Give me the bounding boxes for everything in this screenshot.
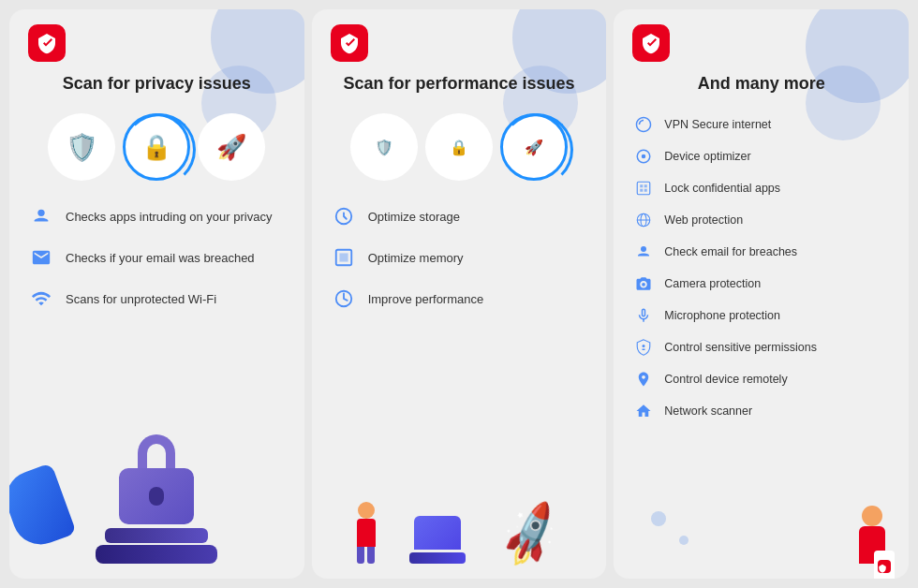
feature-text: Checks if your email was breached bbox=[66, 251, 255, 265]
lock-circle-2: 🔒 bbox=[425, 113, 493, 181]
more-text-perm: Control sensitive permissions bbox=[664, 341, 817, 354]
svg-point-17 bbox=[643, 345, 645, 347]
card-performance: Scan for performance issues 🛡️ 🔒 🚀 bbox=[312, 9, 607, 579]
more-item-email: Check email for breaches bbox=[632, 241, 890, 263]
blue-blob bbox=[9, 463, 77, 552]
lock-icon-2: 🔒 bbox=[450, 139, 468, 156]
svg-rect-10 bbox=[641, 189, 644, 192]
rocket-icon: 🚀 bbox=[216, 133, 246, 162]
icon-circles-1: 🛡️ 🔒 🚀 bbox=[48, 113, 265, 181]
svg-rect-9 bbox=[644, 185, 647, 188]
feature-item-storage: Optimize storage bbox=[331, 203, 588, 229]
svg-point-6 bbox=[642, 154, 646, 159]
card-privacy: Scan for privacy issues 🛡️ 🔒 🚀 Check bbox=[9, 9, 304, 579]
illustration-3 bbox=[632, 422, 890, 564]
cards-wrapper: Scan for privacy issues 🛡️ 🔒 🚀 Check bbox=[0, 0, 918, 588]
vpn-icon bbox=[632, 113, 655, 136]
privacy-icon bbox=[28, 203, 54, 229]
shield-icon-2: 🛡️ bbox=[375, 139, 393, 156]
more-text-remote: Control device remotely bbox=[664, 373, 787, 386]
person-head bbox=[358, 502, 375, 519]
feature-item: Checks if your email was breached bbox=[28, 244, 286, 271]
card-3-title: And many more bbox=[698, 73, 825, 95]
more-item-mic: Microphone protection bbox=[632, 304, 890, 327]
avira-logo-2 bbox=[331, 24, 368, 62]
lock-icon: 🔒 bbox=[141, 133, 171, 162]
more-item-remote: Control device remotely bbox=[632, 368, 890, 390]
server-box bbox=[409, 516, 466, 564]
network-icon bbox=[632, 400, 655, 422]
feature-text-storage: Optimize storage bbox=[368, 210, 460, 224]
svg-rect-7 bbox=[638, 183, 651, 196]
more-item-camera: Camera protection bbox=[632, 272, 890, 295]
padlock-shackle bbox=[138, 434, 175, 468]
person-leg-right bbox=[367, 547, 375, 564]
person-body bbox=[357, 519, 376, 547]
rocket-circle-2: 🚀 bbox=[500, 113, 568, 181]
more-text-device: Device optimizer bbox=[664, 150, 750, 163]
remote-icon bbox=[632, 368, 655, 390]
device-icon bbox=[632, 145, 655, 168]
more-text-web: Web protection bbox=[664, 213, 743, 227]
more-list: VPN Secure internet Device optimizer Loc… bbox=[632, 113, 890, 422]
rocket-illustration: 🚀 bbox=[493, 498, 570, 573]
padlock-keyhole bbox=[149, 487, 164, 506]
person-right bbox=[859, 506, 885, 564]
svg-point-16 bbox=[642, 283, 645, 287]
more-item-web: Web protection bbox=[632, 209, 890, 231]
padlock-base bbox=[105, 528, 208, 543]
svg-point-15 bbox=[641, 246, 646, 252]
more-text-vpn: VPN Secure internet bbox=[664, 118, 771, 131]
svg-point-0 bbox=[37, 210, 44, 216]
person-figure bbox=[357, 502, 376, 564]
feature-list-2: Optimize storage Optimize memory bbox=[331, 203, 588, 312]
feature-text: Scans for unprotected Wi-Fi bbox=[66, 292, 216, 306]
pr-head bbox=[862, 506, 882, 526]
web-icon bbox=[632, 209, 655, 231]
performance-icon bbox=[331, 286, 357, 312]
avira-logo-1 bbox=[28, 24, 66, 62]
shield-circle-2: 🛡️ bbox=[350, 113, 418, 181]
more-text-camera: Camera protection bbox=[664, 277, 761, 290]
padlock-platform bbox=[96, 545, 217, 564]
icon-circles-2: 🛡️ 🔒 🚀 bbox=[350, 113, 568, 181]
feature-item-perf: Improve performance bbox=[331, 286, 588, 312]
person-leg-left bbox=[357, 547, 364, 564]
card-more: And many more VPN Secure internet Device… bbox=[614, 9, 909, 579]
more-item-device: Device optimizer bbox=[632, 145, 890, 168]
feature-item: Scans for unprotected Wi-Fi bbox=[28, 286, 286, 312]
rocket-icon-2: 🚀 bbox=[525, 139, 543, 156]
wifi-icon bbox=[28, 286, 54, 312]
pr-body bbox=[859, 526, 885, 564]
svg-rect-11 bbox=[644, 189, 647, 192]
feature-list-1: Checks apps intruding on your privacy Ch… bbox=[28, 203, 286, 312]
dot-deco-1 bbox=[651, 511, 666, 526]
feature-text-memory: Optimize memory bbox=[368, 251, 464, 265]
big-padlock bbox=[119, 468, 194, 524]
shield-icon: 🛡️ bbox=[66, 132, 98, 163]
pr-phone-logo bbox=[878, 560, 891, 573]
more-item-lock: Lock confidential apps bbox=[632, 177, 890, 199]
feature-item: Checks apps intruding on your privacy bbox=[28, 203, 286, 229]
more-text-email: Check email for breaches bbox=[664, 245, 797, 258]
more-text-network: Network scanner bbox=[664, 404, 752, 418]
mic-icon bbox=[632, 304, 655, 327]
lock-circle: 🔒 bbox=[123, 113, 190, 181]
storage-icon bbox=[331, 203, 357, 229]
more-item-perm: Control sensitive permissions bbox=[632, 336, 890, 359]
avira-logo-3 bbox=[632, 24, 670, 62]
more-item-vpn: VPN Secure internet bbox=[632, 113, 890, 136]
feature-text: Checks apps intruding on your privacy bbox=[66, 210, 272, 224]
feature-item-memory: Optimize memory bbox=[331, 244, 588, 271]
card-2-title: Scan for performance issues bbox=[343, 73, 574, 95]
svg-rect-8 bbox=[641, 185, 644, 188]
padlock-scene bbox=[96, 468, 217, 564]
feature-text-perf: Improve performance bbox=[368, 292, 484, 306]
illustration-1 bbox=[28, 327, 286, 564]
dot-deco-2 bbox=[679, 536, 688, 545]
camera-icon bbox=[632, 272, 655, 295]
lock-apps-icon bbox=[632, 177, 655, 199]
email-icon bbox=[28, 244, 54, 271]
svg-rect-3 bbox=[339, 254, 348, 262]
more-text-mic: Microphone protection bbox=[664, 309, 780, 322]
